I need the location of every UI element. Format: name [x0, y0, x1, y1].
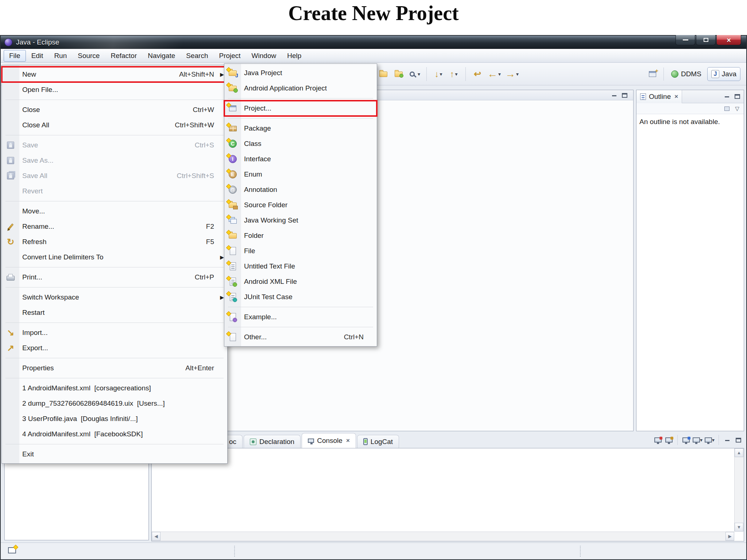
- file-menu-item-rename[interactable]: Rename... F2: [2, 219, 227, 234]
- new-menu-item-untitled-text-file[interactable]: Untitled Text File: [224, 259, 377, 274]
- tab-declaration[interactable]: Declaration: [244, 435, 301, 448]
- new-menu-item-android-xml-file[interactable]: Android XML File: [224, 274, 377, 289]
- minimize-editor-button[interactable]: [610, 91, 619, 100]
- file-menu-item-move[interactable]: Move...: [2, 204, 227, 219]
- scroll-lock-button[interactable]: [665, 436, 673, 444]
- source-folder-icon: [228, 200, 237, 210]
- view-menu-button[interactable]: ▽: [733, 104, 742, 113]
- new-menu-item-package[interactable]: Package: [224, 121, 377, 136]
- menubar-item-edit[interactable]: Edit: [26, 50, 49, 62]
- file-menu-item-save[interactable]: Save Ctrl+S: [2, 138, 227, 153]
- save-icon: [7, 142, 14, 149]
- ddms-perspective-button[interactable]: DDMS: [667, 67, 705, 81]
- maximize-panel-button[interactable]: [733, 92, 742, 101]
- new-menu-item-android-application-project[interactable]: Android Application Project: [224, 81, 377, 96]
- file-menu-item-save-as[interactable]: Save As...: [2, 153, 227, 168]
- new-menu-item-other[interactable]: Other... Ctrl+N: [224, 329, 377, 345]
- menubar-item-project[interactable]: Project: [213, 50, 246, 62]
- file-menu-item-recent-1[interactable]: 1 AndroidManifest.xml [corsagecreations]: [2, 381, 227, 396]
- file-menu-item-exit[interactable]: Exit: [2, 447, 227, 462]
- close-tab-icon[interactable]: ×: [674, 93, 678, 100]
- minimize-console-button[interactable]: [723, 436, 732, 444]
- pin-console-button[interactable]: [682, 436, 690, 444]
- minimize-window-button[interactable]: [676, 35, 695, 45]
- file-menu-item-recent-3[interactable]: 3 UserProfile.java [Douglas Infiniti/...…: [2, 411, 227, 426]
- open-resource-button[interactable]: [376, 66, 390, 82]
- maximize-editor-button[interactable]: [620, 91, 629, 100]
- vertical-scrollbar[interactable]: ▲ ▼: [734, 448, 744, 532]
- menubar-item-source[interactable]: Source: [72, 50, 105, 62]
- outline-sort-button[interactable]: [723, 104, 731, 113]
- file-menu-item-recent-4[interactable]: 4 AndroidManifest.xml [FacebookSDK]: [2, 426, 227, 442]
- new-menu-item-java-working-set[interactable]: Java Working Set: [224, 213, 377, 228]
- previous-annotation-button[interactable]: ↑▾: [447, 66, 461, 82]
- minimize-panel-button[interactable]: [723, 92, 731, 101]
- menubar-item-window[interactable]: Window: [246, 50, 282, 62]
- new-menu-item-example[interactable]: Example...: [224, 309, 377, 325]
- back-button[interactable]: ←▾: [486, 66, 502, 82]
- file-menu-item-restart[interactable]: Restart: [2, 305, 227, 320]
- file-menu-item-revert[interactable]: Revert: [2, 184, 227, 199]
- maximize-window-button[interactable]: [696, 35, 716, 45]
- file-menu-item-convert-line-delimiters[interactable]: Convert Line Delimiters To ▶: [2, 250, 227, 265]
- open-perspective-button[interactable]: [645, 69, 660, 80]
- scroll-up-button[interactable]: ▲: [735, 448, 743, 457]
- next-annotation-button[interactable]: ↓▾: [431, 66, 445, 82]
- new-menu-item-file[interactable]: File: [224, 243, 377, 259]
- scroll-right-button[interactable]: ▶: [725, 532, 734, 541]
- eclipse-window: Java - Eclipse × File Edit Run Source Re…: [0, 35, 747, 560]
- menubar-item-navigate[interactable]: Navigate: [142, 50, 181, 62]
- file-menu-item-switch-workspace[interactable]: Switch Workspace ▶: [2, 290, 227, 305]
- new-menu-item-source-folder[interactable]: Source Folder: [224, 197, 377, 213]
- menu-label: Save As...: [19, 157, 54, 165]
- tab-logcat[interactable]: LogCat: [357, 435, 399, 448]
- new-menu-item-annotation[interactable]: Annotation: [224, 182, 377, 197]
- menubar-item-file[interactable]: File: [4, 50, 26, 62]
- clear-console-button[interactable]: [654, 436, 662, 444]
- file-menu-item-close[interactable]: Close Ctrl+W: [2, 102, 227, 117]
- new-menu-item-java-project[interactable]: Java Project: [224, 65, 377, 81]
- new-menu-item-enum[interactable]: Enum: [224, 167, 377, 182]
- file-icon: [228, 246, 237, 256]
- last-edit-location-button[interactable]: ↩: [471, 66, 484, 82]
- new-menu-item-project[interactable]: Project...: [224, 101, 377, 116]
- menubar-item-refactor[interactable]: Refactor: [105, 50, 142, 62]
- status-grip: [580, 546, 581, 557]
- file-menu-item-recent-2[interactable]: 2 dump_7532766062869484619.uix [Users...…: [2, 396, 227, 411]
- file-menu-item-refresh[interactable]: ↻ Refresh F5: [2, 234, 227, 250]
- close-tab-icon[interactable]: ×: [346, 437, 350, 444]
- new-menu-item-junit-test-case[interactable]: JUnit Test Case: [224, 289, 377, 305]
- open-console-button[interactable]: ▾: [705, 436, 715, 444]
- forward-button[interactable]: →▾: [504, 66, 520, 82]
- file-menu-item-save-all[interactable]: Save All Ctrl+Shift+S: [2, 168, 227, 184]
- scroll-down-button[interactable]: ▼: [735, 523, 743, 532]
- forward-icon: →: [505, 69, 515, 79]
- close-window-button[interactable]: ×: [716, 35, 741, 45]
- menu-separator: [5, 287, 224, 287]
- java-perspective-button[interactable]: Java: [707, 67, 740, 81]
- new-menu-item-interface[interactable]: Interface: [224, 151, 377, 167]
- enum-icon: [228, 170, 237, 179]
- tab-console[interactable]: Console ×: [302, 433, 356, 448]
- fast-view-icon[interactable]: [8, 547, 16, 553]
- maximize-console-button[interactable]: [734, 436, 743, 444]
- menubar-item-help[interactable]: Help: [282, 50, 307, 62]
- menubar-item-search[interactable]: Search: [181, 50, 213, 62]
- menubar-item-run[interactable]: Run: [49, 50, 72, 62]
- scroll-left-button[interactable]: ◀: [152, 532, 160, 541]
- file-menu-item-import[interactable]: ↘ Import...: [2, 325, 227, 340]
- file-menu-item-close-all[interactable]: Close All Ctrl+Shift+W: [2, 117, 227, 133]
- menu-label: Example...: [241, 313, 277, 321]
- open-element-button[interactable]: [392, 66, 406, 82]
- search-button[interactable]: ▾: [407, 66, 422, 82]
- new-menu-item-folder[interactable]: Folder: [224, 228, 377, 243]
- tab-outline[interactable]: Outline ×: [636, 90, 682, 103]
- new-menu-item-class[interactable]: Class: [224, 136, 377, 151]
- file-menu-item-new[interactable]: New Alt+Shift+N ▶: [2, 67, 227, 82]
- display-selected-console-button[interactable]: ▾: [693, 436, 703, 444]
- file-menu-item-properties[interactable]: Properties Alt+Enter: [2, 360, 227, 376]
- horizontal-scrollbar[interactable]: ◀ ▶: [152, 532, 734, 541]
- file-menu-item-export[interactable]: ↗ Export...: [2, 340, 227, 356]
- file-menu-item-open-file[interactable]: Open File...: [2, 82, 227, 97]
- file-menu-item-print[interactable]: Print... Ctrl+P: [2, 270, 227, 285]
